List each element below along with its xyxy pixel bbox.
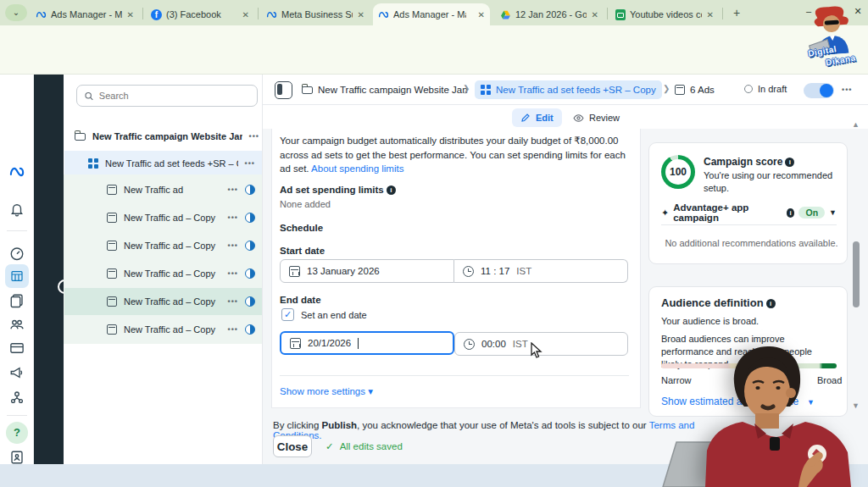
adset-grid-icon — [88, 158, 98, 169]
ad-draft-toggle-icon[interactable] — [245, 296, 255, 307]
advantage-campaign-row[interactable]: ✦ Advantage+ app campaign i On ▼ — [661, 202, 837, 223]
ad-draft-toggle-icon[interactable] — [245, 241, 255, 251]
adset-row-selected[interactable]: New Traffic ad set feeds +SR – C... ••• — [64, 151, 262, 176]
draft-review-toggle[interactable] — [804, 83, 834, 98]
ad-menu-dots[interactable]: ••• — [228, 325, 238, 334]
grid-icon — [481, 85, 491, 95]
set-end-date-checkbox[interactable]: ✓ — [281, 308, 294, 321]
account-overview-gauge-icon[interactable] — [9, 246, 25, 261]
ad-draft-toggle-icon[interactable] — [245, 185, 255, 195]
edit-mode-button[interactable]: Edit — [512, 108, 562, 127]
contact-directory-icon[interactable] — [9, 450, 25, 465]
ad-menu-dots[interactable]: ••• — [228, 213, 238, 222]
tab-close-icon[interactable]: ✕ — [473, 10, 485, 19]
ad-row[interactable]: New Traffic ad – Copy ••• — [64, 204, 262, 231]
info-icon[interactable]: i — [766, 299, 776, 308]
business-assets-icon[interactable] — [9, 390, 25, 405]
tree-search-box[interactable] — [76, 85, 258, 107]
start-time-input[interactable]: 11 : 17 IST — [454, 259, 628, 283]
chevron-down-icon[interactable]: ▼ — [829, 208, 837, 217]
advantage-on-badge: On — [798, 207, 825, 219]
tree-search-input[interactable] — [99, 91, 250, 101]
budget-paragraph: Your campaign budget automatically distr… — [280, 134, 626, 176]
audiences-people-icon[interactable] — [9, 317, 25, 332]
audience-line1: Your audience is broad. — [661, 316, 759, 326]
mode-row — [263, 105, 868, 129]
review-mode-button[interactable]: Review — [573, 108, 620, 127]
app-window: ⌄ Ads Manager - Ma ✕ f (3) Facebook ✕ Me… — [0, 0, 868, 487]
notifications-bell-icon[interactable] — [9, 202, 25, 217]
end-time-value: 00:00 — [481, 339, 506, 349]
ad-row[interactable]: New Traffic ad – Copy ••• — [64, 316, 262, 343]
end-date-value: 20/1/2026 — [308, 338, 351, 348]
breadcrumb-adset-selected[interactable]: New Traffic ad set feeds +SR – Copy — [475, 80, 662, 99]
tab-close-icon[interactable]: ✕ — [353, 10, 364, 19]
meta-logo-icon[interactable] — [9, 164, 25, 180]
billing-card-icon[interactable] — [9, 340, 25, 356]
ad-draft-toggle-icon[interactable] — [245, 213, 255, 223]
browser-toolbar: ← → ↻ ⚙ adsmanager.facebook.com/adsmanag… — [0, 25, 868, 52]
ad-menu-dots[interactable]: ••• — [228, 269, 238, 278]
tab-close-icon[interactable]: ✕ — [587, 10, 598, 19]
adset-name: New Traffic ad set feeds +SR – C... — [105, 158, 238, 169]
start-date-input[interactable]: 13 January 2026 — [280, 259, 454, 283]
tab-facebook[interactable]: f (3) Facebook ✕ — [146, 3, 254, 25]
ad-row-highlighted[interactable]: New Traffic ad – Copy ••• — [64, 288, 262, 315]
ad-menu-dots[interactable]: ••• — [228, 241, 238, 250]
ad-page-icon — [107, 296, 117, 307]
draft-status-label: In draft — [758, 84, 787, 94]
ad-draft-toggle-icon[interactable] — [245, 324, 255, 335]
close-button[interactable]: Close — [273, 435, 312, 457]
score-description: You're using our recommended setup. — [704, 169, 835, 195]
ad-menu-dots[interactable]: ••• — [228, 185, 238, 194]
help-button[interactable]: ? — [6, 422, 28, 444]
tab-ads-manager-1[interactable]: Ads Manager - Ma ✕ — [31, 3, 139, 25]
draft-status-icon — [744, 85, 753, 93]
set-end-date-label: Set an end date — [301, 310, 367, 320]
adset-menu-dots[interactable]: ••• — [245, 159, 262, 168]
breadcrumb-ads[interactable]: 6 Ads — [675, 80, 715, 99]
ad-row[interactable]: New Traffic ad – Copy ••• — [64, 260, 262, 287]
editor-rail: ✕ — [34, 75, 64, 464]
tab-google-doc[interactable]: 12 Jan 2026 - Goo ✕ — [495, 3, 604, 25]
end-date-checkbox-row: ✓ Set an end date — [281, 308, 367, 321]
eye-icon — [573, 113, 584, 124]
new-tab-button[interactable]: + — [729, 6, 744, 21]
start-date-label: Start date — [280, 246, 325, 256]
spending-limits-value: None added — [280, 199, 331, 209]
tab-google-sheet[interactable]: Youtube videos co ✕ — [610, 3, 719, 25]
meta-icon — [378, 9, 389, 20]
tab-ads-manager-active[interactable]: Ads Manager - Ma ✕ — [373, 3, 490, 25]
ads-reporting-icon[interactable] — [9, 293, 25, 308]
campaign-row[interactable]: New Traffic campaign Website Jan ••• — [75, 124, 259, 149]
chevron-right-icon: ❯ — [663, 84, 670, 93]
end-date-input-focused[interactable]: 20/1/2026 — [280, 331, 454, 355]
google-drive-icon — [500, 9, 511, 20]
show-more-settings-link[interactable]: Show more settings ▾ — [280, 385, 373, 397]
ad-draft-toggle-icon[interactable] — [245, 268, 255, 279]
info-icon[interactable]: i — [785, 158, 794, 167]
ad-menu-dots[interactable]: ••• — [228, 297, 238, 306]
scroll-up-arrow[interactable]: ▲ — [852, 120, 860, 129]
ear — [786, 388, 796, 398]
scrollbar-thumb[interactable] — [853, 241, 860, 307]
ad-row[interactable]: New Traffic ad ••• — [64, 176, 262, 203]
ads-manager-nav-selected[interactable] — [5, 264, 29, 288]
tab-meta-business-suite[interactable]: Meta Business Sui ✕ — [261, 3, 370, 25]
about-spending-limits-link[interactable]: About spending limits — [311, 163, 403, 174]
ad-row[interactable]: New Traffic ad – Copy ••• — [64, 232, 262, 259]
tab-close-icon[interactable]: ✕ — [122, 10, 134, 19]
tab-close-icon[interactable]: ✕ — [237, 10, 249, 19]
tab-search-button[interactable]: ⌄ — [5, 4, 27, 21]
breadcrumb-menu-dots[interactable]: ••• — [842, 86, 852, 94]
campaign-menu-dots[interactable]: ••• — [249, 132, 259, 141]
tab-label: Meta Business Sui — [281, 9, 353, 19]
clip-mic — [770, 437, 780, 451]
score-title-row: Campaign score i — [704, 156, 794, 168]
collapse-panel-icon[interactable] — [275, 81, 292, 99]
info-icon[interactable]: i — [387, 185, 396, 195]
info-icon[interactable]: i — [787, 208, 795, 218]
tab-close-icon[interactable]: ✕ — [702, 10, 714, 19]
all-tools-megaphone-icon[interactable] — [9, 365, 25, 380]
breadcrumb-campaign[interactable]: New Traffic campaign Website Jan — [302, 80, 468, 99]
